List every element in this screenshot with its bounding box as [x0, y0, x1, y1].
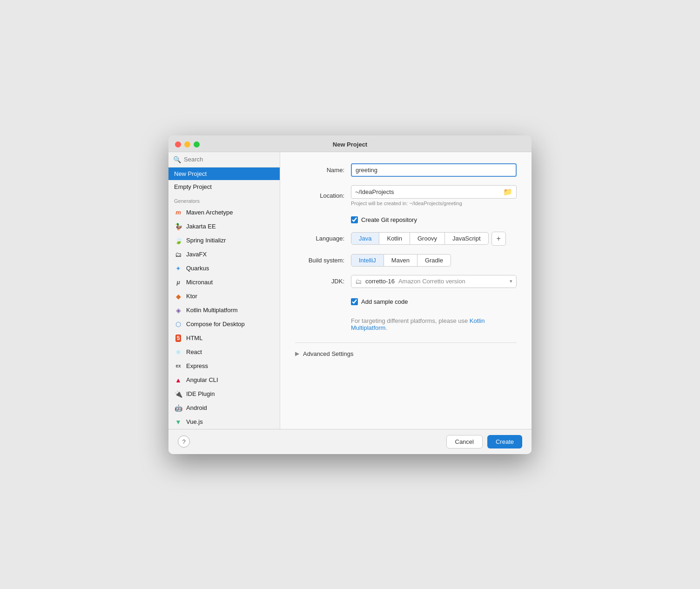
name-label: Name:: [295, 167, 351, 174]
browse-folder-button[interactable]: 📁: [499, 186, 516, 198]
sidebar-item-vue-js[interactable]: ▼ Vue.js: [168, 415, 280, 429]
micronaut-label: Micronaut: [186, 279, 213, 286]
sidebar-item-ide-plugin[interactable]: 🔌 IDE Plugin: [168, 387, 280, 401]
ide-plugin-label: IDE Plugin: [186, 390, 215, 397]
language-selector: Java Kotlin Groovy JavaScript +: [351, 232, 517, 246]
advanced-chevron-icon: ▶: [295, 350, 299, 357]
dialog-title: New Project: [333, 141, 367, 148]
sidebar-item-android[interactable]: 🤖 Android: [168, 401, 280, 415]
language-row: Language: Java Kotlin Groovy JavaScript …: [295, 232, 517, 246]
location-label: Location:: [295, 192, 351, 199]
search-input[interactable]: [184, 156, 275, 163]
sidebar-item-new-project[interactable]: New Project: [168, 167, 280, 180]
javafx-icon: 🗂: [174, 250, 182, 259]
spring-initializr-label: Spring Initializr: [186, 237, 226, 244]
create-button[interactable]: Create: [487, 435, 522, 448]
sample-code-wrapper: Add sample code: [351, 296, 517, 305]
ktor-icon: ◆: [174, 292, 182, 301]
maximize-button[interactable]: [194, 141, 200, 147]
sidebar-item-ktor[interactable]: ◆ Ktor: [168, 289, 280, 303]
kotlin-mp-label: Kotlin Multiplatform: [186, 307, 238, 314]
sidebar-item-kotlin-multiplatform[interactable]: ◈ Kotlin Multiplatform: [168, 303, 280, 317]
add-sample-code-label[interactable]: Add sample code: [361, 298, 408, 305]
dialog-footer: ? Cancel Create: [168, 429, 532, 454]
sidebar: 🔍 New Project Empty Project Generators m…: [168, 152, 280, 429]
language-groovy-button[interactable]: Groovy: [410, 232, 445, 245]
cancel-button[interactable]: Cancel: [446, 435, 483, 448]
help-icon: ?: [182, 438, 185, 445]
android-label: Android: [186, 404, 207, 411]
quarkus-icon: ✦: [174, 264, 182, 273]
build-gradle-button[interactable]: Gradle: [417, 254, 451, 267]
sidebar-item-javafx[interactable]: 🗂 JavaFX: [168, 248, 280, 261]
name-input[interactable]: [351, 163, 517, 177]
jakarta-ee-label: Jakarta EE: [186, 223, 216, 230]
html-icon: 5: [174, 334, 182, 342]
build-system-label: Build system:: [295, 257, 351, 264]
jdk-selector: 🗂 corretto-16 Amazon Corretto version ▾: [351, 275, 517, 288]
sidebar-item-quarkus[interactable]: ✦ Quarkus: [168, 261, 280, 275]
language-label: Language:: [295, 235, 351, 242]
help-button[interactable]: ?: [178, 435, 190, 448]
location-input[interactable]: [351, 186, 499, 198]
vue-icon: ▼: [174, 418, 182, 426]
info-text-before: For targeting different platforms, pleas…: [351, 317, 470, 324]
language-java-button[interactable]: Java: [351, 232, 379, 245]
express-icon: ex: [174, 362, 182, 370]
info-text-wrapper: For targeting different platforms, pleas…: [351, 314, 517, 331]
add-sample-code-checkbox[interactable]: [351, 298, 358, 305]
info-text-row: For targeting different platforms, pleas…: [295, 314, 517, 331]
build-maven-button[interactable]: Maven: [384, 254, 417, 267]
minimize-button[interactable]: [184, 141, 190, 147]
create-git-label[interactable]: Create Git repository: [361, 216, 417, 223]
language-kotlin-button[interactable]: Kotlin: [379, 232, 410, 245]
build-system-row: Build system: IntelliJ Maven Gradle: [295, 254, 517, 267]
sidebar-item-compose-desktop[interactable]: ⬡ Compose for Desktop: [168, 317, 280, 331]
title-bar: New Project: [168, 135, 532, 152]
build-system-selector: IntelliJ Maven Gradle: [351, 254, 517, 267]
language-button-group: Java Kotlin Groovy JavaScript: [351, 232, 489, 245]
create-git-checkbox[interactable]: [351, 216, 358, 223]
express-label: Express: [186, 362, 208, 369]
ktor-label: Ktor: [186, 293, 197, 300]
build-system-button-group: IntelliJ Maven Gradle: [351, 254, 517, 267]
jdk-folder-icon: 🗂: [355, 278, 362, 285]
sidebar-item-micronaut[interactable]: μ Micronaut: [168, 275, 280, 289]
sidebar-item-express[interactable]: ex Express: [168, 359, 280, 373]
build-intellij-button[interactable]: IntelliJ: [351, 254, 384, 267]
window-controls: [175, 141, 200, 147]
jdk-dropdown[interactable]: 🗂 corretto-16 Amazon Corretto version ▾: [351, 275, 517, 288]
search-bar: 🔍: [168, 152, 280, 167]
footer-actions: Cancel Create: [446, 435, 523, 448]
sidebar-item-maven-archetype[interactable]: m Maven Archetype: [168, 206, 280, 220]
spring-icon: 🍃: [174, 236, 182, 245]
advanced-settings-row[interactable]: ▶ Advanced Settings: [295, 342, 517, 357]
git-repo-row: Create Git repository: [295, 214, 517, 223]
compose-label: Compose for Desktop: [186, 321, 245, 328]
html-label: HTML: [186, 335, 202, 341]
close-button[interactable]: [175, 141, 181, 147]
location-field-wrapper: 📁 Project will be created in: ~/IdeaProj…: [351, 185, 517, 206]
jdk-label: JDK:: [295, 278, 351, 285]
add-language-button[interactable]: +: [491, 232, 506, 246]
info-text-after: .: [385, 324, 387, 331]
maven-archetype-label: Maven Archetype: [186, 209, 233, 216]
javafx-label: JavaFX: [186, 251, 207, 258]
location-input-wrapper: 📁: [351, 185, 517, 199]
sidebar-item-empty-project[interactable]: Empty Project: [168, 180, 280, 194]
sidebar-item-angular-cli[interactable]: ▲ Angular CLI: [168, 373, 280, 387]
sidebar-item-jakarta-ee[interactable]: 🦆 Jakarta EE: [168, 220, 280, 234]
vue-js-label: Vue.js: [186, 418, 203, 425]
advanced-settings-label: Advanced Settings: [303, 350, 353, 357]
empty-project-label: Empty Project: [174, 183, 212, 190]
language-javascript-button[interactable]: JavaScript: [445, 232, 489, 245]
sidebar-item-html[interactable]: 5 HTML: [168, 331, 280, 345]
sample-code-row: Add sample code: [295, 296, 517, 305]
jdk-version-label: Amazon Corretto version: [398, 278, 465, 285]
maven-icon: m: [174, 208, 182, 217]
info-text: For targeting different platforms, pleas…: [351, 317, 517, 331]
sidebar-item-spring-initializr[interactable]: 🍃 Spring Initializr: [168, 234, 280, 248]
react-label: React: [186, 348, 202, 355]
compose-icon: ⬡: [174, 320, 182, 328]
sidebar-item-react[interactable]: ⚛ React: [168, 345, 280, 359]
